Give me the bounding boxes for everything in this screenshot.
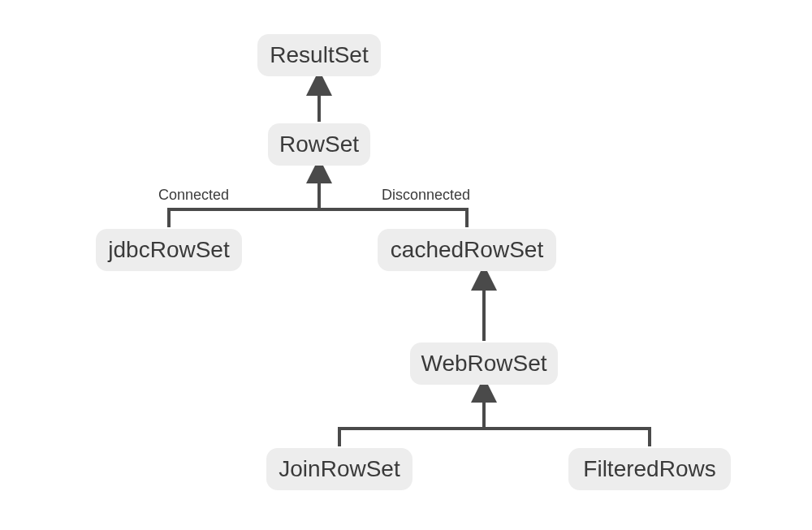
node-filteredrows: FilteredRows bbox=[568, 448, 731, 490]
edge-label-disconnected: Disconnected bbox=[382, 187, 470, 204]
diagram-canvas: ResultSet RowSet jdbcRowSet cachedRowSet… bbox=[0, 0, 812, 530]
node-cachedrowset: cachedRowSet bbox=[378, 229, 556, 271]
node-joinrowset: JoinRowSet bbox=[266, 448, 412, 490]
node-jdbcrowset: jdbcRowSet bbox=[96, 229, 242, 271]
edge-label-connected: Connected bbox=[158, 187, 229, 204]
node-rowset: RowSet bbox=[268, 123, 370, 166]
node-webrowset: WebRowSet bbox=[410, 343, 558, 385]
node-resultset: ResultSet bbox=[257, 34, 381, 76]
